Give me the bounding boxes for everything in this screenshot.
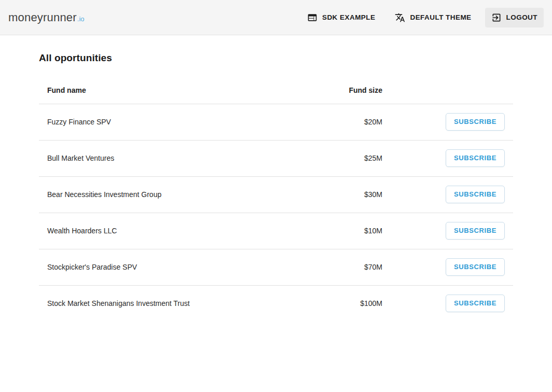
- fund-size-cell: $20M: [328, 104, 391, 140]
- page-title: All oportunities: [39, 52, 513, 64]
- fund-name-cell: Bull Market Ventures: [39, 140, 328, 176]
- fund-name-text: Stock Market Shenanigans Investment Trus…: [47, 299, 190, 307]
- subscribe-button[interactable]: SUBSCRIBE: [446, 295, 505, 312]
- app-bar: moneyrunner .io SDK EXAMPLE DEFAULT THEM…: [0, 0, 552, 35]
- fund-name-text: Fuzzy Finance SPV: [47, 118, 111, 126]
- fund-name-cell: Stock Market Shenanigans Investment Trus…: [39, 285, 328, 321]
- fund-name-header: Fund name: [39, 77, 328, 104]
- fund-action-cell: SUBSCRIBE: [391, 176, 513, 213]
- fund-name-text: Stockpicker's Paradise SPV: [47, 263, 137, 271]
- subscribe-button[interactable]: SUBSCRIBE: [446, 258, 505, 276]
- subscribe-button[interactable]: SUBSCRIBE: [446, 149, 505, 167]
- fund-name-cell: Fuzzy Finance SPV: [39, 104, 328, 140]
- app-logo: moneyrunner .io: [8, 11, 85, 24]
- fund-name-cell: Bear Necessities Investment Group: [39, 176, 328, 213]
- table-row: Bull Market Ventures $25M SUBSCRIBE: [39, 140, 513, 176]
- table-row: Stock Market Shenanigans Investment Trus…: [39, 285, 513, 321]
- fund-name-text: Bear Necessities Investment Group: [47, 190, 161, 199]
- fund-size-cell: $30M: [328, 176, 391, 213]
- actions-header: [391, 77, 513, 104]
- table-row: Bear Necessities Investment Group $30M S…: [39, 176, 513, 213]
- fund-action-cell: SUBSCRIBE: [391, 285, 513, 321]
- fund-size-header: Fund size: [328, 77, 391, 104]
- fund-size-text: $25M: [364, 154, 382, 162]
- fund-name-text: Bull Market Ventures: [47, 154, 114, 162]
- fund-size-text: $20M: [364, 118, 382, 126]
- fund-size-cell: $25M: [328, 140, 391, 176]
- sdk-example-label: SDK EXAMPLE: [322, 13, 375, 21]
- logout-label: LOGOUT: [506, 13, 537, 21]
- fund-table-body: Fuzzy Finance SPV $20M SUBSCRIBE Bull Ma…: [39, 104, 513, 321]
- fund-action-cell: SUBSCRIBE: [391, 104, 513, 140]
- subscribe-button[interactable]: SUBSCRIBE: [446, 186, 505, 203]
- logo-text: moneyrunner: [8, 11, 77, 24]
- fund-size-text: $10M: [364, 227, 382, 235]
- fund-size-cell: $100M: [328, 285, 391, 321]
- logo-suffix: .io: [77, 15, 85, 23]
- logout-icon: [491, 12, 502, 23]
- subscribe-button[interactable]: SUBSCRIBE: [446, 113, 505, 131]
- fund-action-cell: SUBSCRIBE: [391, 140, 513, 176]
- fund-size-text: $100M: [360, 299, 382, 307]
- table-header-row: Fund name Fund size: [39, 77, 513, 104]
- fund-size-text: $30M: [364, 190, 382, 199]
- fund-name-cell: Wealth Hoarders LLC: [39, 213, 328, 249]
- fund-action-cell: SUBSCRIBE: [391, 213, 513, 249]
- subscribe-button[interactable]: SUBSCRIBE: [446, 222, 505, 240]
- fund-size-cell: $10M: [328, 213, 391, 249]
- fund-size-cell: $70M: [328, 249, 391, 285]
- web-icon: [307, 12, 318, 23]
- fund-name-cell: Stockpicker's Paradise SPV: [39, 249, 328, 285]
- table-row: Fuzzy Finance SPV $20M SUBSCRIBE: [39, 104, 513, 140]
- default-theme-label: DEFAULT THEME: [410, 13, 471, 21]
- main-content: All oportunities Fund name Fund size Fuz…: [0, 52, 552, 321]
- header-nav: SDK EXAMPLE DEFAULT THEME LOGOUT: [301, 8, 544, 27]
- fund-name-text: Wealth Hoarders LLC: [47, 227, 117, 235]
- fund-action-cell: SUBSCRIBE: [391, 249, 513, 285]
- fund-size-text: $70M: [364, 263, 382, 271]
- translate-icon: [395, 12, 405, 23]
- opportunities-table: Fund name Fund size Fuzzy Finance SPV $2…: [39, 77, 513, 321]
- default-theme-button[interactable]: DEFAULT THEME: [389, 8, 477, 27]
- logout-button[interactable]: LOGOUT: [485, 8, 544, 27]
- table-row: Stockpicker's Paradise SPV $70M SUBSCRIB…: [39, 249, 513, 285]
- sdk-example-button[interactable]: SDK EXAMPLE: [301, 8, 381, 27]
- table-row: Wealth Hoarders LLC $10M SUBSCRIBE: [39, 213, 513, 249]
